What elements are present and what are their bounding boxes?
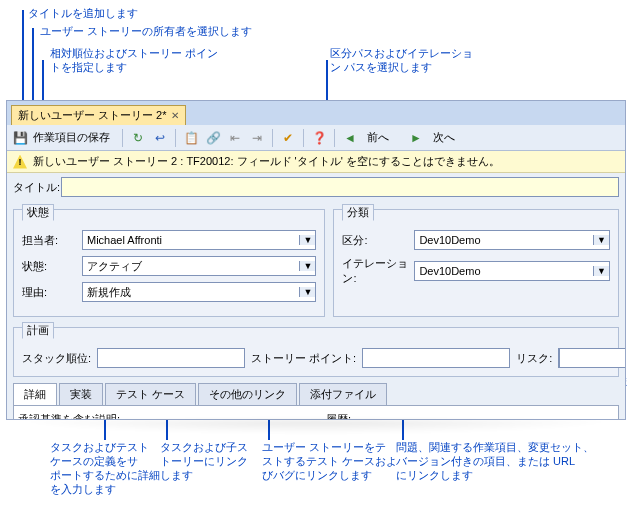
reason-combo[interactable]: ▼ bbox=[82, 282, 316, 302]
area-combo[interactable]: ▼ bbox=[414, 230, 610, 250]
prev-icon[interactable]: ◄ bbox=[341, 129, 359, 147]
status-group-title: 状態 bbox=[22, 204, 54, 221]
form-body: タイトル: 状態 担当者: ▼ 状態: ▼ bbox=[7, 173, 625, 420]
chevron-down-icon[interactable]: ▼ bbox=[299, 287, 315, 297]
next-icon[interactable]: ► bbox=[407, 129, 425, 147]
refresh-icon[interactable]: ↻ bbox=[129, 129, 147, 147]
assignee-label: 担当者: bbox=[22, 233, 82, 248]
tab-testcase[interactable]: テスト ケース bbox=[105, 383, 196, 405]
area-label: 区分: bbox=[342, 233, 414, 248]
undo-icon[interactable]: ↩ bbox=[151, 129, 169, 147]
indent-icon[interactable]: ⇥ bbox=[248, 129, 266, 147]
save-icon[interactable]: 💾 bbox=[11, 129, 29, 147]
warning-text: 新しいユーザー ストーリー 2 : TF20012: フィールド 'タイトル' … bbox=[33, 154, 500, 169]
save-label: 作業項目の保存 bbox=[33, 130, 110, 145]
next-label[interactable]: 次へ bbox=[433, 130, 455, 145]
plan-group-title: 計画 bbox=[22, 322, 54, 339]
tab-other-links[interactable]: その他のリンク bbox=[198, 383, 297, 405]
history-label: 履歴: bbox=[326, 412, 614, 420]
tab-detail[interactable]: 詳細 bbox=[13, 383, 57, 405]
chevron-down-icon[interactable]: ▼ bbox=[299, 261, 315, 271]
callout-related: 問題、関連する作業項目、変更セット、 バージョン付きの項目、または URL にリ… bbox=[396, 440, 594, 482]
chevron-down-icon[interactable]: ▼ bbox=[593, 235, 609, 245]
status-value[interactable] bbox=[83, 260, 299, 272]
check-icon[interactable]: ✔ bbox=[279, 129, 297, 147]
warning-icon: ! bbox=[13, 155, 27, 169]
story-points-input[interactable] bbox=[362, 348, 510, 368]
stack-rank-input[interactable] bbox=[97, 348, 245, 368]
prev-label[interactable]: 前へ bbox=[367, 130, 389, 145]
reason-label: 理由: bbox=[22, 285, 82, 300]
toolbar: 💾 作業項目の保存 ↻ ↩ 📋 🔗 ⇤ ⇥ ✔ ❓ ◄ 前へ ► 次へ bbox=[7, 125, 625, 151]
title-row: タイトル: bbox=[13, 177, 619, 197]
subtab-strip: 詳細 実装 テスト ケース その他のリンク 添付ファイル bbox=[13, 383, 619, 406]
risk-label: リスク: bbox=[516, 351, 552, 366]
callout-area-iter: 区分パスおよびイテレーショ ン パスを選択します bbox=[330, 46, 473, 74]
tab-attachments[interactable]: 添付ファイル bbox=[299, 383, 387, 405]
assignee-combo[interactable]: ▼ bbox=[82, 230, 316, 250]
iteration-value[interactable] bbox=[415, 265, 593, 277]
classification-group-title: 分類 bbox=[342, 204, 374, 221]
status-label: 状態: bbox=[22, 259, 82, 274]
callout-owner: ユーザー ストーリーの所有者を選択します bbox=[40, 24, 252, 38]
validation-warning: ! 新しいユーザー ストーリー 2 : TF20012: フィールド 'タイトル… bbox=[7, 151, 625, 173]
window-shadow bbox=[6, 420, 626, 434]
description-label: 承認基準を含む説明: bbox=[18, 412, 306, 420]
document-tab[interactable]: 新しいユーザー ストーリー 2* ✕ bbox=[11, 105, 186, 125]
outdent-icon[interactable]: ⇤ bbox=[226, 129, 244, 147]
title-input[interactable] bbox=[61, 177, 619, 197]
classification-group: 分類 区分: ▼ イテレーション: ▼ bbox=[333, 209, 619, 317]
link-icon[interactable]: 🔗 bbox=[204, 129, 222, 147]
callout-rank: 相対順位およびストーリー ポイン トを指定します bbox=[50, 46, 218, 74]
risk-value[interactable] bbox=[559, 348, 626, 368]
chevron-down-icon[interactable]: ▼ bbox=[299, 235, 315, 245]
tab-implementation[interactable]: 実装 bbox=[59, 383, 103, 405]
plan-group: 計画 スタック順位: ストーリー ポイント: リスク: ▼ bbox=[13, 327, 619, 377]
callout-test-case: ユーザー ストーリーをテ ストするテスト ケースおよ びバグにリンクします bbox=[262, 440, 397, 482]
chevron-down-icon[interactable]: ▼ bbox=[593, 266, 609, 276]
status-group: 状態 担当者: ▼ 状態: ▼ 理由: bbox=[13, 209, 325, 317]
detail-area: 承認基準を含む説明: 履歴: bbox=[13, 406, 619, 420]
document-tab-strip: 新しいユーザー ストーリー 2* ✕ bbox=[7, 101, 625, 125]
status-combo[interactable]: ▼ bbox=[82, 256, 316, 276]
callout-title: タイトルを追加します bbox=[28, 6, 138, 20]
area-value[interactable] bbox=[415, 234, 593, 246]
risk-combo[interactable]: ▼ bbox=[558, 348, 626, 368]
help-icon[interactable]: ❓ bbox=[310, 129, 328, 147]
reason-value[interactable] bbox=[83, 286, 299, 298]
story-points-label: ストーリー ポイント: bbox=[251, 351, 356, 366]
tab-label: 新しいユーザー ストーリー 2* bbox=[18, 108, 167, 123]
stack-rank-label: スタック順位: bbox=[22, 351, 91, 366]
iteration-label: イテレーション: bbox=[342, 256, 414, 286]
callout-detail-input: タスクおよびテスト ケースの定義をサ ポートするために詳細 を入力します bbox=[50, 440, 160, 496]
copy-icon[interactable]: 📋 bbox=[182, 129, 200, 147]
assignee-value[interactable] bbox=[83, 234, 299, 246]
close-icon[interactable]: ✕ bbox=[171, 110, 179, 121]
iteration-combo[interactable]: ▼ bbox=[414, 261, 610, 281]
title-label: タイトル: bbox=[13, 180, 61, 195]
callout-task-child: タスクおよび子ス トーリーにリンク します bbox=[160, 440, 248, 482]
work-item-window: 新しいユーザー ストーリー 2* ✕ 💾 作業項目の保存 ↻ ↩ 📋 🔗 ⇤ ⇥… bbox=[6, 100, 626, 420]
